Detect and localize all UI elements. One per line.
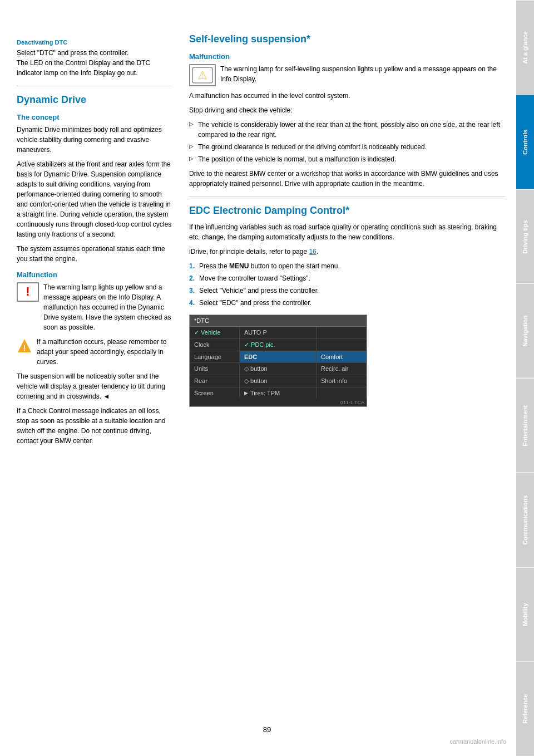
screen-cell-comfort: Comfort xyxy=(317,351,367,362)
screen-row-3: Language EDC Comfort xyxy=(190,351,367,363)
deactivating-dtc-section: Deactivating DTC Select "DTC" and press … xyxy=(17,39,172,78)
edc-step-1: 1.Press the MENU button to open the star… xyxy=(189,261,505,271)
tab-mobility[interactable]: Mobility xyxy=(516,567,534,662)
edc-body: If the influencing variables such as roa… xyxy=(189,222,505,242)
screen-cell-language: Language xyxy=(190,351,240,362)
edc-step-4: 4.Select "EDC" and press the controller. xyxy=(189,298,505,308)
screen-cell-vehicle: ✓ Vehicle xyxy=(190,327,240,338)
screen-cell-empty-2 xyxy=(317,339,367,351)
drive-to-bmw-text: Drive to the nearest BMW center or a wor… xyxy=(189,169,505,189)
warning-icon-left: ! xyxy=(17,282,39,302)
caution-icon: ! xyxy=(17,338,32,354)
screen-cell-empty-1 xyxy=(317,327,367,338)
side-tabs: At a glance Controls Driving tips Naviga… xyxy=(516,0,534,756)
svg-text:⚠: ⚠ xyxy=(197,69,207,81)
stop-driving-text: Stop driving and check the vehicle: xyxy=(189,105,505,115)
self-leveling-section: Self-leveling suspension* Malfunction ⚠ … xyxy=(189,33,505,189)
left-column: Deactivating DTC Select "DTC" and press … xyxy=(17,33,172,723)
screen-cell-units: Units xyxy=(190,363,240,375)
screen-cell-autop: AUTO P xyxy=(240,327,317,338)
screen-cell-button-2: ◇ button xyxy=(240,375,317,387)
edc-steps: 1.Press the MENU button to open the star… xyxy=(189,261,505,308)
warning-text-left: The warning lamp lights up yellow and a … xyxy=(43,282,172,332)
caution-wrapper: ! If a malfunction occurs, please rememb… xyxy=(17,337,172,367)
deactivating-dtc-body: Select "DTC" and press the controller.Th… xyxy=(17,48,172,78)
self-leveling-list: The vehicle is considerably lower at the… xyxy=(189,120,505,164)
right-column: Self-leveling suspension* Malfunction ⚠ … xyxy=(189,33,505,723)
edc-title: EDC Electronic Damping Control* xyxy=(189,205,505,217)
warning-box-left: ! The warning lamp lights up yellow and … xyxy=(17,282,172,332)
concept-para-1: Dynamic Drive minimizes body roll and op… xyxy=(17,125,172,155)
screen-cell-screen: Screen xyxy=(190,387,240,399)
screen-row-1: ✓ Vehicle AUTO P xyxy=(190,327,367,339)
edc-step-2: 2.Move the controller toward "Settings". xyxy=(189,273,505,283)
self-level-warning-svg: ⚠ xyxy=(192,67,213,84)
edc-step-3: 3.Select "Vehicle" and press the control… xyxy=(189,286,505,296)
tab-at-a-glance[interactable]: At a glance xyxy=(516,0,534,95)
self-leveling-malfunction-title: Malfunction xyxy=(189,52,505,61)
concept-para-3: The system assumes operational status ea… xyxy=(17,244,172,264)
screen-top-bar: *DTC xyxy=(190,315,367,327)
malfunction-title-left: Malfunction xyxy=(17,271,172,279)
screen-cell-edc: EDC xyxy=(240,351,317,362)
tab-entertainment[interactable]: Entertainment xyxy=(516,378,534,473)
tab-navigation[interactable]: Navigation xyxy=(516,283,534,378)
screen-cell-rear: Rear xyxy=(190,375,240,387)
screen-cell-button-1: ◇ button xyxy=(240,363,317,375)
tab-driving-tips[interactable]: Driving tips xyxy=(516,189,534,284)
screen-row-5: Rear ◇ button Short info xyxy=(190,375,367,387)
tab-reference[interactable]: Reference xyxy=(516,661,534,756)
concept-para-2: Active stabilizers at the front and rear… xyxy=(17,159,172,239)
idrive-ref: iDrive, for principle details, refer to … xyxy=(189,247,505,257)
screen-cell-shortinfo: Short info xyxy=(317,375,367,387)
list-item-3: The position of the vehicle is normal, b… xyxy=(189,154,505,164)
self-leveling-title: Self-leveling suspension* xyxy=(189,33,505,46)
screen-row-2: Clock ✓ PDC pic. xyxy=(190,339,367,351)
check-control-text: If a Check Control message indicates an … xyxy=(17,406,172,446)
screen-cell-recirc: Recirc. air xyxy=(317,363,367,375)
deactivating-dtc-title: Deactivating DTC xyxy=(17,39,172,46)
warning-box-right: ⚠ The warning lamp for self-leveling sus… xyxy=(189,64,505,86)
page-number: 89 xyxy=(263,725,271,734)
page-wrapper: Deactivating DTC Select "DTC" and press … xyxy=(0,0,534,756)
divider-1 xyxy=(17,86,172,86)
warning-icon-right: ⚠ xyxy=(189,64,216,86)
self-leveling-warning-text: The warning lamp for self-leveling suspe… xyxy=(220,64,505,84)
caution-text: If a malfunction occurs, please remember… xyxy=(37,337,172,367)
screen-cell-tires: ▶ Tires: TPM xyxy=(240,387,317,399)
watermark: carmanualonline.info xyxy=(449,738,506,745)
edc-section: EDC Electronic Damping Control* If the i… xyxy=(189,205,505,408)
screen-cell-empty-3 xyxy=(317,387,367,399)
suspension-softer-text: The suspension will be noticeably softer… xyxy=(17,371,172,401)
tab-controls[interactable]: Controls xyxy=(516,95,534,189)
dynamic-drive-section: Dynamic Drive The concept Dynamic Drive … xyxy=(17,94,172,446)
screen-cell-pdc: ✓ PDC pic. xyxy=(240,339,317,351)
screen-row-4: Units ◇ button Recirc. air xyxy=(190,363,367,375)
main-content: Deactivating DTC Select "DTC" and press … xyxy=(0,0,516,756)
dynamic-drive-title: Dynamic Drive xyxy=(17,94,172,106)
edc-screen: *DTC ✓ Vehicle AUTO P Clock ✓ PDC pic. L… xyxy=(189,315,367,407)
svg-text:!: ! xyxy=(23,343,26,352)
list-item-1: The vehicle is considerably lower at the… xyxy=(189,120,505,140)
tab-communications[interactable]: Communications xyxy=(516,473,534,567)
concept-title: The concept xyxy=(17,113,172,121)
self-leveling-malfunction-body: A malfunction has occurred in the level … xyxy=(189,91,505,101)
list-item-2: The ground clearance is reduced or the d… xyxy=(189,142,505,152)
screen-cell-clock: Clock xyxy=(190,339,240,351)
divider-2 xyxy=(189,197,505,197)
warning-exclamation: ! xyxy=(26,284,29,299)
screen-image-label: 011-1 TCA xyxy=(190,399,367,406)
screen-row-6: Screen ▶ Tires: TPM xyxy=(190,387,367,399)
